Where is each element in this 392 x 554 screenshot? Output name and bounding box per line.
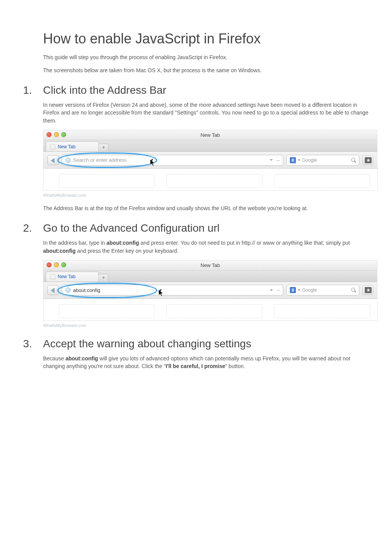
address-right-controls: → (270, 287, 281, 293)
search-engine-dropdown-icon[interactable] (298, 289, 300, 291)
toolbar: about:config → 8 Google ★ (43, 282, 377, 299)
back-button[interactable] (47, 155, 59, 165)
back-button[interactable] (47, 285, 59, 295)
close-icon[interactable] (47, 132, 51, 137)
window-titlebar: New Tab (43, 130, 377, 140)
window-title: New Tab (201, 262, 220, 268)
tab-label: New Tab (58, 274, 75, 279)
thumbnail-tile (59, 174, 155, 188)
step-1-number: 1. (23, 84, 43, 96)
traffic-lights (47, 262, 66, 267)
minimize-icon[interactable] (54, 262, 59, 267)
intro-paragraph-1: This guide will step you through the pro… (43, 54, 369, 61)
step-2-number: 2. (23, 222, 43, 234)
address-right-controls: → (270, 157, 281, 163)
step-1-screenshot: New Tab New Tab Search or enter address … (43, 130, 369, 191)
bookmarks-button[interactable]: ★ (362, 285, 373, 295)
thumbnail-tile (274, 174, 370, 188)
browser-tab[interactable]: New Tab (46, 141, 99, 151)
tab-strip: New Tab (43, 140, 377, 152)
new-tab-button[interactable] (98, 144, 108, 151)
tab-strip: New Tab (43, 270, 377, 282)
thumbnail-tile (166, 304, 262, 318)
go-arrow-icon[interactable]: → (275, 287, 281, 293)
search-icon[interactable] (351, 158, 356, 163)
screenshot-watermark: WhatIsMyBrowser.com (43, 193, 369, 197)
site-identity-icon (65, 287, 71, 293)
search-box[interactable]: 8 Google (286, 285, 359, 295)
step-1-title: Click into the Address Bar (43, 84, 166, 96)
thumbnail-tile (59, 304, 155, 318)
thumbnail-tile (274, 304, 370, 318)
history-dropdown-icon[interactable] (270, 159, 273, 161)
go-arrow-icon[interactable]: → (275, 157, 281, 163)
tab-favicon-icon (50, 144, 55, 149)
thumbnail-tile (166, 174, 262, 188)
new-tab-button[interactable] (98, 274, 108, 282)
close-icon[interactable] (47, 262, 51, 267)
search-box[interactable]: 8 Google (286, 155, 359, 166)
address-bar[interactable]: about:config → (62, 285, 283, 295)
window-titlebar: New Tab (43, 260, 377, 270)
minimize-icon[interactable] (54, 132, 59, 137)
search-engine-badge-icon: 8 (290, 157, 296, 163)
search-engine-dropdown-icon[interactable] (298, 159, 300, 161)
search-engine-label: Google (302, 287, 317, 293)
step-2-intro: In the address bar, type in about:config… (43, 239, 369, 255)
history-dropdown-icon[interactable] (270, 289, 273, 291)
traffic-lights (47, 132, 66, 137)
step-2-heading: 2. Go to the Advanced Configuration url (23, 222, 369, 234)
zoom-icon[interactable] (61, 262, 66, 267)
step-3-number: 3. (23, 338, 43, 350)
step-1-heading: 1. Click into the Address Bar (23, 84, 369, 96)
step-2-screenshot: New Tab New Tab about:config → 8 (43, 260, 369, 321)
content-area (43, 169, 377, 190)
site-identity-icon (65, 158, 71, 163)
address-placeholder: Search or enter address (73, 157, 126, 163)
content-area (43, 299, 377, 320)
page-title: How to enable JavaScript in Firefox (43, 31, 369, 47)
step-3-intro: Because about:config will give you lots … (43, 355, 369, 370)
step-1-intro: In newer versions of Firefox (Version 24… (43, 101, 369, 124)
address-value: about:config (73, 287, 100, 293)
step-3-title: Accept the warning about changing settin… (43, 338, 251, 350)
zoom-icon[interactable] (61, 132, 66, 137)
browser-tab[interactable]: New Tab (46, 272, 99, 282)
step-2-title: Go to the Advanced Configuration url (43, 222, 219, 234)
step-3-heading: 3. Accept the warning about changing set… (23, 338, 369, 350)
intro-paragraph-2: The screenshots below are taken from Mac… (43, 67, 369, 75)
search-engine-badge-icon: 8 (290, 287, 296, 293)
search-icon[interactable] (351, 288, 356, 292)
address-bar[interactable]: Search or enter address → (62, 155, 283, 166)
tab-favicon-icon (50, 274, 55, 279)
tab-label: New Tab (58, 144, 75, 149)
bookmarks-button[interactable]: ★ (362, 155, 373, 165)
window-title: New Tab (201, 132, 220, 138)
step-1-outro: The Address Bar is at the top of the Fir… (43, 204, 369, 212)
toolbar: Search or enter address → 8 Google ★ (43, 152, 377, 169)
screenshot-watermark: WhatIsMyBrowser.com (43, 323, 369, 328)
search-engine-label: Google (302, 158, 317, 163)
